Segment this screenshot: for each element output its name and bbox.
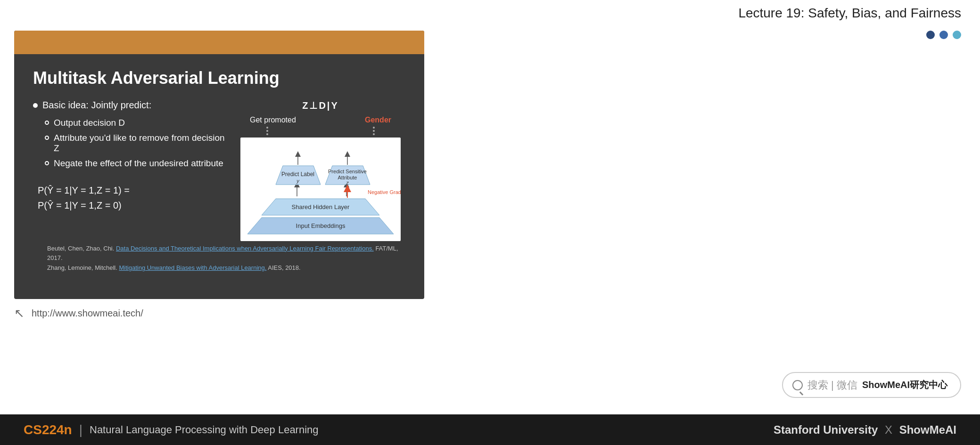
slide-content: Multitask Adversarial Learning Basic ide… (14, 54, 424, 255)
ref1-authors: Beutel, Chen, Zhao, Chi. (47, 245, 114, 252)
slide-dot-3[interactable] (953, 31, 961, 39)
search-divider: 搜索 | 微信 (807, 378, 857, 392)
footer-left: CS224n | Natural Language Processing wit… (24, 422, 319, 437)
label-gender: Gender (365, 116, 391, 124)
diagram-connectors (240, 127, 401, 135)
slide-title: Multitask Adversarial Learning (33, 68, 405, 88)
label-get-promoted: Get promoted (250, 116, 296, 124)
footer-stanford: Stanford University (774, 423, 878, 436)
svg-text:Negative Gradient: Negative Gradient (368, 189, 401, 195)
slide-dot-2[interactable] (939, 31, 948, 39)
formula: P(Ŷ = 1|Y = 1,Z = 1) = P(Ŷ = 1|Y = 1,Z =… (33, 183, 226, 213)
ref1-link[interactable]: Data Decisions and Theoretical Implicati… (116, 245, 374, 252)
connector-left (266, 127, 268, 135)
z-formula: Z⊥D|Y (302, 100, 339, 111)
slide-top-bar (14, 31, 424, 54)
ref1: Beutel, Chen, Zhao, Chi. Data Decisions … (47, 244, 410, 264)
svg-text:Predict Sensitive: Predict Sensitive (328, 169, 367, 174)
footer-showmeai: ShowMeAI (899, 423, 956, 436)
bullet-sub-1: Output decision D (33, 118, 226, 128)
ref2-authors: Zhang, Lemoine, Mitchell. (47, 264, 117, 271)
bullet-sub3-text: Negate the effect of the undesired attri… (54, 158, 223, 169)
bullet-dot-open-2 (45, 136, 49, 140)
slide-dot-1[interactable] (926, 31, 935, 39)
bullet-sub2-text: Attribute you'd like to remove from deci… (54, 133, 226, 154)
footer-divider: | (79, 422, 82, 437)
search-icon-circle (792, 380, 803, 390)
footer-subtitle: Natural Language Processing with Deep Le… (90, 424, 319, 436)
bullet-dot-open (45, 121, 49, 125)
search-icon (792, 380, 803, 390)
svg-text:Input Embeddings: Input Embeddings (296, 222, 346, 229)
diagram-labels: Get promoted Gender (240, 116, 401, 124)
slide-references: Beutel, Chen, Zhao, Chi. Data Decisions … (47, 244, 410, 273)
formula-line1: P(Ŷ = 1|Y = 1,Z = 1) = (38, 183, 226, 198)
search-box[interactable]: 搜索 | 微信 ShowMeAI研究中心 (782, 372, 961, 398)
footer-course-code: CS224n (24, 422, 72, 437)
ref2-venue: AIES, 2018. (268, 264, 300, 271)
header: Lecture 19: Safety, Bias, and Fairness (0, 0, 980, 26)
ref2-link[interactable]: Mitigating Unwanted Biases with Adversar… (119, 264, 266, 271)
bullet-dot (33, 103, 38, 108)
slide-left: Basic idea: Jointly predict: Output deci… (33, 100, 226, 241)
lecture-title: Lecture 19: Safety, Bias, and Fairness (738, 6, 961, 21)
bullet-sub-2: Attribute you'd like to remove from deci… (33, 133, 226, 154)
bullet-dot-open-3 (45, 161, 49, 165)
svg-text:Predict Label: Predict Label (281, 171, 314, 178)
slide-body: Basic idea: Jointly predict: Output deci… (33, 100, 405, 241)
slide-container: Multitask Adversarial Learning Basic ide… (14, 31, 424, 299)
url-bar: ↖ http://www.showmeai.tech/ (14, 306, 143, 321)
bullet-main-text: Basic idea: Jointly predict: (42, 100, 151, 111)
svg-text:z: z (346, 180, 349, 186)
footer-x: X (885, 423, 892, 436)
bullet-main: Basic idea: Jointly predict: (33, 100, 226, 111)
slide-indicators[interactable] (926, 31, 961, 39)
slide-url: http://www.showmeai.tech/ (32, 308, 143, 319)
search-icon-handle (799, 391, 803, 395)
bullet-sub1-text: Output decision D (54, 118, 125, 128)
footer: CS224n | Natural Language Processing wit… (0, 414, 980, 445)
bullet-sub-3: Negate the effect of the undesired attri… (33, 158, 226, 169)
connector-right (373, 127, 375, 135)
search-brand: ShowMeAI研究中心 (862, 379, 947, 391)
cursor-icon: ↖ (14, 306, 25, 321)
footer-right: Stanford University X ShowMeAI (774, 423, 956, 437)
formula-line2: P(Ŷ = 1|Y = 1,Z = 0) (38, 198, 226, 213)
slide-right: Z⊥D|Y Get promoted Gender (236, 100, 405, 241)
svg-text:Shared Hidden Layer: Shared Hidden Layer (292, 203, 350, 210)
ref2: Zhang, Lemoine, Mitchell. Mitigating Unw… (47, 263, 410, 273)
diagram-svg: Input Embeddings Shared Hidden Layer Pre… (240, 138, 401, 241)
